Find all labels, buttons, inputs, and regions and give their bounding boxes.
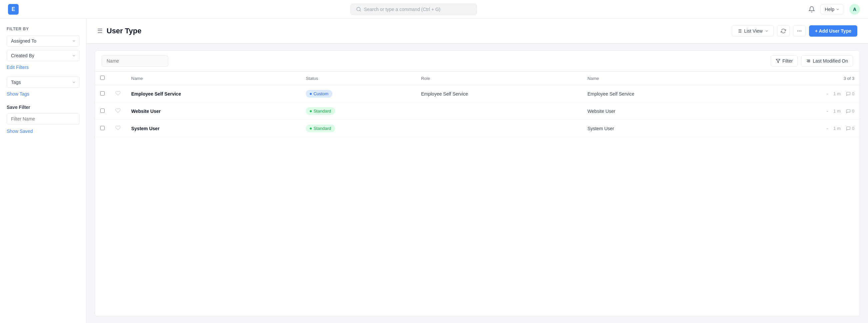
show-tags-link[interactable]: Show Tags (7, 91, 80, 97)
chevron-down-icon (836, 7, 840, 11)
table-row: Employee Self Service Custom Employee Se… (95, 85, 860, 103)
search-area: Search or type a command (Ctrl + G) (24, 4, 803, 15)
row-checkbox-cell (95, 103, 110, 120)
name-search-input[interactable] (101, 55, 168, 67)
svg-marker-10 (776, 59, 780, 63)
badge-dot (310, 128, 312, 130)
list-toolbar: Filter Last Modified On (95, 51, 860, 72)
heart-icon[interactable] (115, 108, 121, 113)
badge-dot (310, 110, 312, 112)
favorite-col-header (110, 72, 126, 85)
select-all-header (95, 72, 110, 85)
edit-filters-link[interactable]: Edit Filters (7, 65, 80, 70)
row-name: Employee Self Service (131, 91, 181, 97)
status-col-header: Status (301, 72, 416, 85)
row-role-cell (416, 120, 582, 137)
row-right-area: - 1 m 0 (754, 126, 854, 131)
created-by-select[interactable]: Created By (7, 50, 80, 61)
role-col-header: Role (416, 72, 582, 85)
hamburger-icon[interactable]: ☰ (97, 27, 102, 35)
comment-cell[interactable]: 0 (846, 108, 854, 114)
status-badge: Custom (306, 90, 333, 98)
row-role-cell: Employee Self Service (416, 85, 582, 103)
comment-icon (846, 126, 851, 131)
row-name-cell[interactable]: System User (126, 120, 301, 137)
list-area: Filter Last Modified On (95, 50, 860, 316)
row-time: 1 m (833, 108, 841, 114)
assigned-to-select[interactable]: Assigned To (7, 35, 80, 46)
sidebar: Filter By Assigned To Created By Edit Fi… (0, 19, 87, 323)
row-name2: Employee Self Service (588, 91, 634, 97)
content-area: ☰ User Type List View (87, 19, 868, 323)
row-checkbox[interactable] (100, 91, 104, 96)
svg-point-9 (797, 31, 798, 31)
refresh-icon (781, 28, 786, 34)
row-name: Website User (131, 108, 160, 114)
count-col-header: 3 of 3 (748, 72, 860, 85)
row-status-cell: Standard (301, 120, 416, 137)
comment-icon (846, 92, 851, 96)
page-title: User Type (106, 27, 142, 35)
row-meta-cell: - 1 m 0 (748, 103, 860, 120)
more-options-button[interactable] (793, 25, 806, 37)
row-dash: - (826, 126, 828, 131)
name2-col-header: Name (582, 72, 748, 85)
table-header-row: Name Status Role Name (95, 72, 860, 85)
row-right-area: - 1 m 0 (754, 108, 854, 114)
row-dash: - (826, 108, 828, 114)
row-name-cell[interactable]: Employee Self Service (126, 85, 301, 103)
header-actions: List View + Add User Type (732, 25, 857, 37)
data-table: Name Status Role Name (95, 72, 860, 316)
sort-icon (806, 59, 811, 63)
page-header: ☰ User Type List View (87, 19, 868, 44)
search-placeholder: Search or type a command (Ctrl + G) (364, 7, 441, 12)
row-checkbox[interactable] (100, 126, 104, 130)
topnav: E Search or type a command (Ctrl + G) He… (0, 0, 868, 19)
select-all-checkbox[interactable] (100, 75, 104, 80)
list-view-button[interactable]: List View (732, 25, 774, 37)
app-logo[interactable]: E (8, 4, 19, 15)
favorite-cell (110, 103, 126, 120)
table-row: System User Standard System User - 1 m (95, 120, 860, 137)
row-meta-cell: - 1 m 0 (748, 85, 860, 103)
row-time: 1 m (833, 91, 841, 96)
table-row: Website User Standard Website User - 1 m (95, 103, 860, 120)
heart-icon[interactable] (115, 91, 121, 96)
toolbar-right: Filter Last Modified On (771, 55, 853, 67)
row-time: 1 m (833, 126, 841, 131)
status-badge: Standard (306, 125, 335, 132)
search-box[interactable]: Search or type a command (Ctrl + G) (350, 4, 477, 15)
row-name2-cell: System User (582, 120, 748, 137)
comment-cell[interactable]: 0 (846, 91, 854, 96)
help-button[interactable]: Help (820, 4, 844, 14)
comment-cell[interactable]: 0 (846, 126, 854, 131)
avatar[interactable]: A (849, 4, 860, 15)
page-title-area: ☰ User Type (97, 27, 142, 35)
row-name2: Website User (588, 108, 616, 114)
row-checkbox[interactable] (100, 108, 104, 113)
row-meta-cell: - 1 m 0 (748, 120, 860, 137)
row-name: System User (131, 126, 159, 131)
filter-button[interactable]: Filter (771, 55, 798, 67)
show-saved-link[interactable]: Show Saved (7, 129, 80, 134)
status-badge: Standard (306, 107, 335, 115)
row-right-area: - 1 m 0 (754, 91, 854, 97)
add-user-type-button[interactable]: + Add User Type (809, 25, 857, 37)
tags-select[interactable]: Tags (7, 76, 80, 88)
favorite-cell (110, 85, 126, 103)
favorite-cell (110, 120, 126, 137)
search-icon (356, 7, 362, 12)
heart-icon[interactable] (115, 125, 121, 131)
row-name2-cell: Employee Self Service (582, 85, 748, 103)
table-body: Employee Self Service Custom Employee Se… (95, 85, 860, 137)
sort-button[interactable]: Last Modified On (801, 55, 853, 67)
svg-point-7 (799, 31, 799, 31)
notifications-button[interactable] (808, 6, 815, 13)
svg-point-8 (801, 31, 801, 31)
refresh-button[interactable] (777, 25, 790, 37)
row-name-cell[interactable]: Website User (126, 103, 301, 120)
list-view-icon (737, 28, 742, 34)
row-role: Employee Self Service (421, 91, 468, 97)
filter-name-input[interactable] (7, 113, 80, 125)
main-container: Filter By Assigned To Created By Edit Fi… (0, 19, 868, 323)
